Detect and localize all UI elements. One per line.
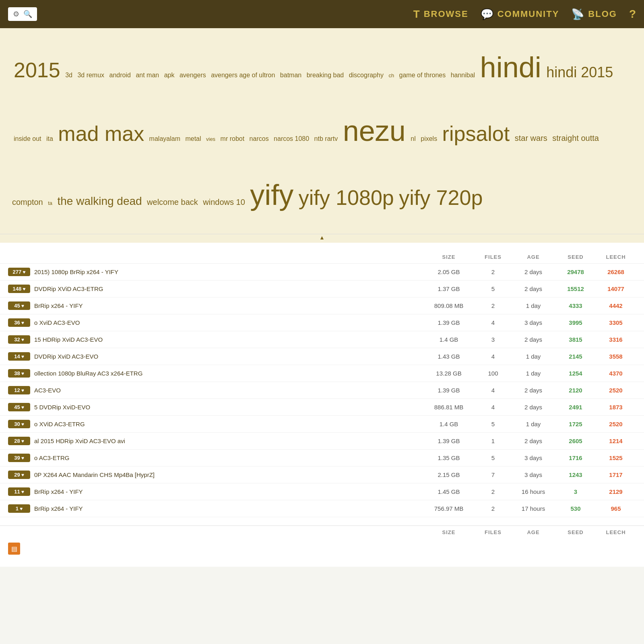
vote-badge[interactable]: 11 ♥ bbox=[8, 487, 30, 496]
tag-yify[interactable]: yify bbox=[250, 179, 293, 211]
tag-2015[interactable]: 2015 bbox=[14, 58, 60, 82]
tag-inside-out[interactable]: inside out bbox=[14, 135, 41, 142]
gear-icon[interactable]: ⚙ bbox=[13, 10, 19, 19]
tag-nezu[interactable]: nezu bbox=[343, 115, 406, 147]
torrent-link[interactable]: BrRip x264 - YIFY bbox=[34, 302, 83, 309]
tag-avengers[interactable]: avengers bbox=[180, 72, 206, 78]
vote-badge[interactable]: 148 ♥ bbox=[8, 285, 30, 293]
tag-narcos[interactable]: narcos bbox=[250, 135, 269, 142]
tag-ripsalot[interactable]: ripsalot bbox=[442, 122, 510, 145]
blog-label: BLOG bbox=[588, 9, 617, 19]
tag-apk[interactable]: apk bbox=[164, 72, 175, 78]
vote-badge[interactable]: 28 ♥ bbox=[8, 437, 30, 445]
vote-badge[interactable]: 45 ♥ bbox=[8, 301, 30, 310]
rss-icon[interactable]: ▤ bbox=[8, 543, 20, 555]
tag-narcos-1080[interactable]: narcos 1080 bbox=[274, 135, 309, 142]
torrent-name-cell: 45 ♥ 5 DVDRip XviD-EVO bbox=[8, 403, 423, 411]
torrent-link[interactable]: o XViD AC3-ETRG bbox=[34, 421, 85, 427]
vote-badge[interactable]: 36 ♥ bbox=[8, 318, 30, 327]
tag-breaking-bad[interactable]: breaking bad bbox=[307, 72, 344, 78]
tag-mr-robot[interactable]: mr robot bbox=[221, 135, 245, 142]
triangle-divider: ▲ bbox=[0, 234, 644, 243]
search-icon[interactable]: 🔍 bbox=[23, 10, 32, 19]
torrent-link[interactable]: DVDRip XViD AC3-ETRG bbox=[34, 285, 103, 292]
files-cell: 5 bbox=[475, 421, 511, 427]
tag-vies[interactable]: vies bbox=[206, 136, 215, 142]
tag-ta[interactable]: ta bbox=[48, 200, 52, 206]
torrent-link[interactable]: 2015) 1080p BrRip x264 - YIFY bbox=[34, 268, 118, 275]
tag-ntb-rartv[interactable]: ntb rartv bbox=[314, 135, 338, 142]
tag-welcome-back[interactable]: welcome back bbox=[147, 198, 198, 206]
tag-yify-720p[interactable]: yify 720p bbox=[399, 186, 483, 209]
torrent-name-cell: 45 ♥ BrRip x264 - YIFY bbox=[8, 301, 423, 310]
col-seed-header: SEED bbox=[555, 254, 596, 260]
tag-ant-man[interactable]: ant man bbox=[136, 72, 159, 78]
tag-3d-remux[interactable]: 3d remux bbox=[77, 72, 104, 78]
torrent-table: SIZE FILES AGE SEED LEECH 277 ♥ 2015) 10… bbox=[0, 251, 644, 539]
leech-cell: 1214 bbox=[596, 438, 636, 444]
help-nav[interactable]: ? bbox=[629, 8, 636, 21]
table-row: 39 ♥ o AC3-ETRG 1.35 GB 5 3 days 1716 15… bbox=[0, 450, 644, 466]
torrent-link[interactable]: 5 DVDRip XviD-EVO bbox=[34, 404, 90, 411]
tag-batman[interactable]: batman bbox=[280, 72, 301, 78]
torrent-link[interactable]: 15 HDRip XviD AC3-EVO bbox=[34, 336, 103, 343]
nav-items: t BROWSE 💬 COMMUNITY 📡 BLOG ? bbox=[413, 8, 636, 21]
torrent-link[interactable]: BrRip x264 - YIFY bbox=[34, 505, 83, 512]
tag-mad-max[interactable]: mad max bbox=[58, 122, 144, 145]
vote-badge[interactable]: 45 ♥ bbox=[8, 403, 30, 411]
tag-android[interactable]: android bbox=[109, 72, 131, 78]
tag-malayalam[interactable]: malayalam bbox=[149, 135, 180, 142]
vote-badge[interactable]: 1 ♥ bbox=[8, 504, 30, 513]
tag-pixels[interactable]: pixels bbox=[421, 135, 437, 142]
tag-ch[interactable]: ch bbox=[388, 72, 394, 78]
torrent-name-cell: 1 ♥ BrRip x264 - YIFY bbox=[8, 504, 423, 513]
files-cell: 2 bbox=[475, 488, 511, 495]
heart-icon: ♥ bbox=[21, 354, 24, 359]
tag-discography[interactable]: discography bbox=[349, 72, 384, 78]
tag-3d[interactable]: 3d bbox=[65, 72, 72, 78]
tag-metal[interactable]: metal bbox=[185, 135, 201, 142]
search-box[interactable]: ⚙ 🔍 bbox=[8, 7, 37, 21]
vote-badge[interactable]: 32 ♥ bbox=[8, 335, 30, 344]
vote-badge[interactable]: 30 ♥ bbox=[8, 420, 30, 428]
torrent-link[interactable]: o XviD AC3-EVO bbox=[34, 319, 80, 326]
tag-game-of-thrones[interactable]: game of thrones bbox=[399, 72, 446, 78]
torrent-link[interactable]: al 2015 HDRip XviD AC3-EVO avi bbox=[34, 438, 125, 444]
size-cell: 809.08 MB bbox=[423, 302, 475, 309]
tag-star-wars[interactable]: star wars bbox=[515, 134, 547, 142]
blog-nav[interactable]: 📡 BLOG bbox=[571, 8, 617, 21]
tag-the-walking-dead[interactable]: the walking dead bbox=[57, 195, 142, 207]
leech-cell: 1525 bbox=[596, 454, 636, 461]
torrent-link[interactable]: AC3-EVO bbox=[34, 387, 61, 394]
vote-badge[interactable]: 29 ♥ bbox=[8, 471, 30, 479]
tag-nl[interactable]: nl bbox=[411, 135, 415, 142]
vote-badge[interactable]: 38 ♥ bbox=[8, 369, 30, 378]
tag-hindi[interactable]: hindi bbox=[480, 51, 541, 83]
seed-cell: 1243 bbox=[555, 471, 596, 478]
tag-hindi-2015[interactable]: hindi 2015 bbox=[546, 64, 613, 80]
torrent-link[interactable]: ollection 1080p BluRay AC3 x264-ETRG bbox=[34, 370, 142, 377]
heart-icon: ♥ bbox=[23, 269, 25, 275]
torrent-name-cell: 28 ♥ al 2015 HDRip XviD AC3-EVO avi bbox=[8, 437, 423, 445]
torrent-link[interactable]: 0P X264 AAC Mandarin CHS Mp4Ba [HyprZ] bbox=[34, 471, 155, 478]
seed-cell: 29478 bbox=[555, 268, 596, 275]
tagcloud: 2015 3d 3d remux android ant man apk ave… bbox=[0, 28, 644, 234]
vote-badge[interactable]: 39 ♥ bbox=[8, 454, 30, 462]
tag-windows-10[interactable]: windows 10 bbox=[203, 198, 245, 206]
community-nav[interactable]: 💬 COMMUNITY bbox=[481, 8, 559, 21]
age-cell: 2 days bbox=[511, 336, 555, 343]
size-cell: 1.39 GB bbox=[423, 319, 475, 326]
tag-ita[interactable]: ita bbox=[46, 135, 53, 142]
files-cell: 2 bbox=[475, 505, 511, 512]
vote-badge[interactable]: 12 ♥ bbox=[8, 386, 30, 394]
torrent-link[interactable]: DVDRip XviD AC3-EVO bbox=[34, 353, 98, 360]
vote-badge[interactable]: 277 ♥ bbox=[8, 268, 30, 276]
leech-cell: 965 bbox=[596, 505, 636, 512]
tag-avengers-age-of-ultron[interactable]: avengers age of ultron bbox=[211, 72, 275, 78]
browse-nav[interactable]: t BROWSE bbox=[413, 8, 469, 21]
tag-hannibal[interactable]: hannibal bbox=[451, 72, 475, 78]
tag-yify-1080p[interactable]: yify 1080p bbox=[299, 186, 394, 209]
torrent-link[interactable]: BrRip x264 - YIFY bbox=[34, 488, 83, 495]
torrent-link[interactable]: o AC3-ETRG bbox=[34, 454, 70, 461]
vote-badge[interactable]: 14 ♥ bbox=[8, 352, 30, 361]
